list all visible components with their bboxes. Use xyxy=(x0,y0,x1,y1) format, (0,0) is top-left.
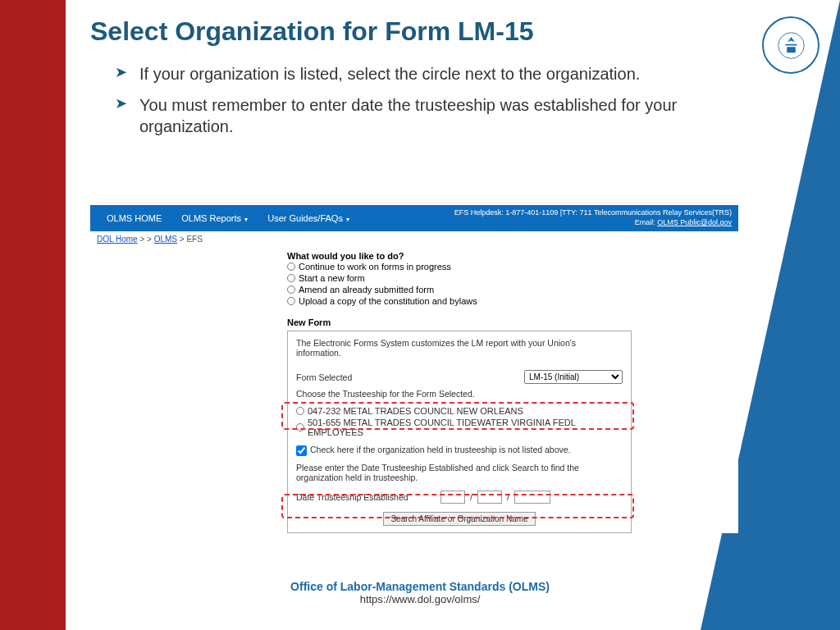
nav-contact: EFS Helpdesk: 1-877-401-1109 |TTY: 711 T… xyxy=(454,208,732,227)
slide-title: Select Organization for Form LM-15 xyxy=(90,16,763,47)
email-link[interactable]: OLMS Public@dol.gov xyxy=(657,218,732,226)
footer-title: Office of Labor-Management Standards (OL… xyxy=(0,580,840,593)
caret-down-icon: ▾ xyxy=(345,216,349,223)
bullet-item: You must remember to enter date the trus… xyxy=(115,94,763,137)
opt-upload[interactable] xyxy=(287,297,295,305)
new-form-label: New Form xyxy=(287,317,632,327)
nav-bar: OLMS HOME OLMS Reports ▾ User Guides/FAQ… xyxy=(90,205,738,231)
nav-home[interactable]: OLMS HOME xyxy=(97,210,171,226)
opt-continue[interactable] xyxy=(287,262,295,271)
form-intro: The Electronic Forms System customizes t… xyxy=(296,338,623,358)
date-day[interactable] xyxy=(477,491,502,504)
breadcrumb: DOL Home > > OLMS > EFS xyxy=(90,231,738,247)
form-area: What would you like to do? Continue to w… xyxy=(287,247,632,533)
date-row: Date Trusteeship Established / / xyxy=(296,491,623,504)
caret-down-icon: ▾ xyxy=(243,216,248,223)
opt-start[interactable] xyxy=(287,274,295,282)
org-option-2[interactable] xyxy=(296,423,304,431)
nav-guides[interactable]: User Guides/FAQs ▾ xyxy=(258,210,359,226)
nav-reports[interactable]: OLMS Reports ▾ xyxy=(171,210,258,226)
slide-content: Select Organization for Form LM-15 If yo… xyxy=(90,16,763,162)
form-selected-dropdown[interactable]: LM-15 (Initial) xyxy=(524,370,623,384)
app-screenshot: OLMS HOME OLMS Reports ▾ User Guides/FAQ… xyxy=(90,205,738,533)
please-enter-text: Please enter the Date Trusteeship Establ… xyxy=(296,463,623,482)
bullet-item: If your organization is listed, select t… xyxy=(115,63,763,84)
not-listed-label: Check here if the organization held in t… xyxy=(310,445,571,454)
footer: Office of Labor-Management Standards (OL… xyxy=(0,580,840,605)
form-box: The Electronic Forms System customizes t… xyxy=(287,331,632,533)
org-list: 047-232 METAL TRADES COUNCIL NEW ORLEANS… xyxy=(296,405,623,438)
search-button[interactable]: Search Affiliate or Organization Name xyxy=(383,512,535,526)
date-year[interactable] xyxy=(514,491,550,504)
choose-trusteeship-label: Choose the Trusteeship for the Form Sele… xyxy=(296,389,623,399)
footer-url: https://www.dol.gov/olms/ xyxy=(0,593,840,605)
not-listed-checkbox[interactable] xyxy=(296,445,307,456)
breadcrumb-dol[interactable]: DOL Home xyxy=(97,235,138,244)
date-label: Date Trusteeship Established xyxy=(296,492,436,502)
date-month[interactable] xyxy=(441,491,465,504)
org-option-1[interactable] xyxy=(296,407,304,415)
dol-seal xyxy=(762,16,819,74)
red-sidebar xyxy=(0,0,66,630)
breadcrumb-olms[interactable]: OLMS xyxy=(154,235,177,244)
bullet-list: If your organization is listed, select t… xyxy=(115,63,763,137)
question-title: What would you like to do? xyxy=(287,251,632,261)
question-block: What would you like to do? Continue to w… xyxy=(287,247,632,311)
form-selected-label: Form Selected xyxy=(296,372,524,382)
opt-amend[interactable] xyxy=(287,285,295,294)
